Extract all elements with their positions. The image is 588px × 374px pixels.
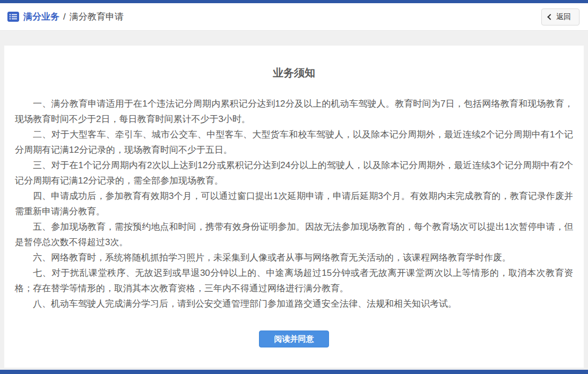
notice-paragraph: 三、对于在1个记分周期内有2次以上达到12分或累积记分达到24分以上的驾驶人，以…: [15, 158, 573, 188]
list-icon: [7, 12, 19, 22]
notice-card: 业务须知 一、满分教育申请适用于在1个违法记分周期内累积记分达到12分及以上的机…: [4, 46, 584, 368]
notice-title: 业务须知: [15, 66, 573, 80]
notice-paragraph: 五、参加现场教育，需按预约地点和时间，携带有效身份证明参加。因故无法参加现场教育…: [15, 219, 573, 250]
breadcrumb-section-manfen-yewu[interactable]: 满分业务: [23, 11, 59, 23]
notice-paragraph: 二、对于大型客车、牵引车、城市公交车、中型客车、大型货车和校车驾驶人，以及除本记…: [15, 127, 573, 158]
page-content: 业务须知 一、满分教育申请适用于在1个违法记分周期内累积记分达到12分及以上的机…: [0, 31, 588, 370]
breadcrumb-current-page: 满分教育申请: [70, 11, 124, 23]
agree-button[interactable]: 阅读并同意: [259, 330, 329, 347]
notice-paragraph: 七、对于扰乱课堂秩序、无故迟到或早退30分钟以上的、中途离场超过15分钟或者无故…: [15, 265, 573, 296]
bottom-accent-bar: [0, 370, 588, 374]
breadcrumb: 满分业务 / 满分教育申请: [7, 11, 124, 23]
notice-paragraph: 一、满分教育申请适用于在1个违法记分周期内累积记分达到12分及以上的机动车驾驶人…: [15, 96, 573, 127]
page-header: 满分业务 / 满分教育申请 返回: [0, 3, 588, 31]
notice-body: 一、满分教育申请适用于在1个违法记分周期内累积记分达到12分及以上的机动车驾驶人…: [15, 96, 573, 311]
back-button-label: 返回: [556, 12, 571, 22]
back-button[interactable]: 返回: [541, 8, 580, 25]
chevron-left-icon: [547, 14, 553, 20]
notice-paragraph: 八、机动车驾驶人完成满分学习后，请到公安交通管理部门参加道路交通安全法律、法规和…: [15, 296, 573, 311]
breadcrumb-separator: /: [63, 12, 66, 22]
notice-paragraph: 四、申请成功后，参加教育有效期3个月，可以通过窗口提出1次延期申请，申请后延期3…: [15, 188, 573, 219]
notice-paragraph: 六、网络教育时，系统将随机抓拍学习照片，未采集到人像或者从事与网络教育无关活动的…: [15, 250, 573, 265]
